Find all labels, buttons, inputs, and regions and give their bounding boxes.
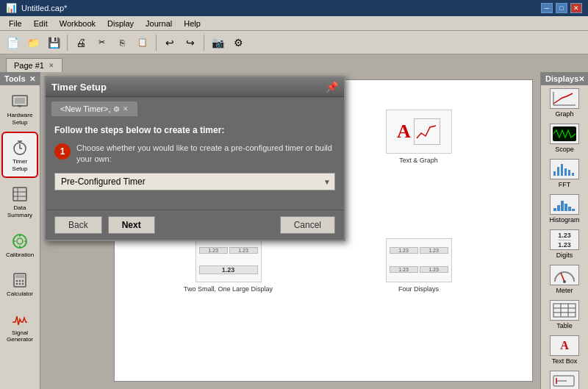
two-small-one-large-label: Two Small, One Large Display xyxy=(184,285,273,293)
toolbar-separator-2 xyxy=(156,35,157,51)
menu-help[interactable]: Help xyxy=(178,18,207,29)
new-button[interactable]: 📄 xyxy=(3,33,22,52)
data-summary-label: DataSummary xyxy=(7,204,32,218)
calibration-label: Calibration xyxy=(6,251,34,258)
maximize-button[interactable]: □ xyxy=(556,3,567,13)
tool-hardware-setup[interactable]: HardwareSetup xyxy=(1,85,38,132)
print-button[interactable]: 🖨 xyxy=(71,33,90,52)
display-item-text-entry-box[interactable]: Text Entry Box xyxy=(543,368,586,389)
tools-panel: Tools ✕ HardwareSetup TimerSetup DataSum… xyxy=(0,72,40,389)
calculator-icon xyxy=(10,270,30,290)
display-item-text-box[interactable]: A Text Box xyxy=(543,332,586,368)
display-item-meter[interactable]: Meter xyxy=(543,262,586,297)
display-text-graph[interactable]: A Text & Graph xyxy=(327,110,510,231)
paste-button[interactable]: 📋 xyxy=(133,33,152,52)
display-four-displays[interactable]: 1.23 1.23 1.23 1.23 Four Displays xyxy=(327,238,510,360)
tool-calibration[interactable]: Calibration xyxy=(1,225,38,264)
svg-rect-31 xyxy=(557,167,559,176)
app-icon: 📊 xyxy=(6,3,17,13)
displays-close-button[interactable]: ✕ xyxy=(578,75,584,83)
menu-edit[interactable]: Edit xyxy=(28,18,54,29)
svg-point-22 xyxy=(19,279,21,281)
dialog-tab-gear-icon: ⚙ xyxy=(113,105,120,113)
display-two-small-one-large[interactable]: 1.23 1.23 1.23 Two Small, One Large Disp… xyxy=(137,238,320,360)
svg-rect-9 xyxy=(13,188,26,201)
close-button[interactable]: ✕ xyxy=(570,3,582,13)
step-1-text: Choose whether you would like to create … xyxy=(76,143,335,165)
dialog-tab-bar: <New Timer>, ⚙ ✕ xyxy=(46,97,344,116)
page-tab[interactable]: Page #1 ✕ xyxy=(6,58,62,72)
scope-icon xyxy=(550,124,579,144)
calibration-icon xyxy=(10,231,30,251)
back-button[interactable]: Back xyxy=(54,216,102,234)
displays-header: Displays ✕ xyxy=(541,72,588,85)
svg-point-43 xyxy=(563,280,566,283)
menu-journal[interactable]: Journal xyxy=(140,18,178,29)
tool-signal-generator[interactable]: SignalGenerator xyxy=(1,303,38,349)
svg-rect-35 xyxy=(572,173,574,176)
next-button[interactable]: Next xyxy=(108,216,155,234)
tools-header: Tools ✕ xyxy=(0,72,40,85)
text-entry-box-icon xyxy=(550,371,579,389)
tool-data-summary[interactable]: DataSummary xyxy=(1,178,38,224)
graph-icon xyxy=(550,88,579,109)
timer-type-dropdown-wrapper: Pre-Configured Timer Build Your Own ▼ xyxy=(54,173,335,190)
svg-rect-1 xyxy=(15,98,25,104)
dialog-tab-close[interactable]: ✕ xyxy=(123,105,129,113)
timer-setup-label: TimerSetup xyxy=(12,158,28,172)
digits-label: Digits xyxy=(556,251,573,259)
text-box-label: Text Box xyxy=(552,357,578,365)
dialog-pin-icon[interactable]: 📌 xyxy=(326,81,338,93)
meter-icon xyxy=(550,265,579,285)
table-icon xyxy=(550,300,579,321)
dialog-tab-new-timer[interactable]: <New Timer>, ⚙ ✕ xyxy=(51,101,137,116)
histogram-icon xyxy=(550,194,579,215)
menu-display[interactable]: Display xyxy=(101,18,140,29)
svg-rect-37 xyxy=(557,205,560,211)
menu-file[interactable]: File xyxy=(3,18,28,29)
save-button[interactable]: 💾 xyxy=(44,33,63,52)
settings-button[interactable]: ⚙ xyxy=(229,33,248,52)
svg-rect-33 xyxy=(564,168,567,176)
tool-timer-setup[interactable]: TimerSetup xyxy=(1,132,38,178)
window-title: Untitled.cap* xyxy=(21,4,67,13)
menu-bar: File Edit Workbook Display Journal Help xyxy=(0,16,588,31)
dialog-body: Follow the steps below to create a timer… xyxy=(46,116,344,210)
camera-button[interactable]: 📷 xyxy=(208,33,227,52)
center-area: 1.23 1.23 Two Large Digits A xyxy=(40,72,540,389)
svg-rect-30 xyxy=(553,171,556,176)
tools-close-button[interactable]: ✕ xyxy=(29,75,35,83)
svg-rect-40 xyxy=(568,207,571,211)
svg-rect-44 xyxy=(553,304,576,317)
display-item-table[interactable]: Table xyxy=(543,297,586,332)
step-1-row: 1 Choose whether you would like to creat… xyxy=(54,143,335,165)
svg-point-21 xyxy=(16,279,18,281)
text-box-icon: A xyxy=(550,335,579,356)
hardware-setup-label: HardwareSetup xyxy=(7,112,33,126)
tab-close-button[interactable]: ✕ xyxy=(49,62,54,69)
copy-button[interactable]: ⎘ xyxy=(112,33,132,52)
timer-type-dropdown[interactable]: Pre-Configured Timer Build Your Own xyxy=(54,173,335,190)
minimize-button[interactable]: ─ xyxy=(541,3,553,13)
menu-workbook[interactable]: Workbook xyxy=(54,18,101,29)
redo-button[interactable]: ↪ xyxy=(181,33,200,52)
cut-button[interactable]: ✂ xyxy=(92,33,111,52)
tools-header-label: Tools xyxy=(4,74,26,83)
undo-button[interactable]: ↩ xyxy=(160,33,179,52)
main-area: Tools ✕ HardwareSetup TimerSetup DataSum… xyxy=(0,72,588,389)
cancel-button[interactable]: Cancel xyxy=(280,216,335,234)
svg-rect-38 xyxy=(561,201,564,211)
svg-rect-39 xyxy=(564,204,567,211)
display-item-fft[interactable]: FFT xyxy=(543,156,586,191)
display-item-histogram[interactable]: Histogram xyxy=(543,191,586,226)
table-label: Table xyxy=(556,322,573,329)
dialog-instruction: Follow the steps below to create a timer… xyxy=(54,125,335,135)
display-item-digits[interactable]: 1.23 1.23 Digits xyxy=(543,226,586,262)
display-item-graph[interactable]: Graph xyxy=(543,85,586,121)
timer-setup-dialog: Timer Setup 📌 <New Timer>, ⚙ ✕ Follow th… xyxy=(44,76,345,241)
display-item-scope[interactable]: Scope xyxy=(543,121,586,156)
open-button[interactable]: 📁 xyxy=(24,33,43,52)
svg-point-24 xyxy=(16,282,18,284)
svg-rect-41 xyxy=(572,209,575,211)
tool-calculator[interactable]: Calculator xyxy=(1,264,38,303)
